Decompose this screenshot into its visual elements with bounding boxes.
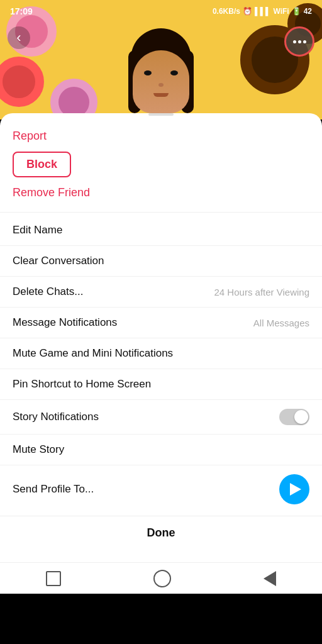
nav-bar xyxy=(0,562,322,594)
message-notifications-value: All Messages xyxy=(253,318,309,328)
pin-shortcut-item[interactable]: Pin Shortcut to Home Screen xyxy=(0,369,322,400)
story-notifications-item[interactable]: Story Notifications xyxy=(0,400,322,435)
done-button[interactable]: Done xyxy=(147,526,175,539)
status-time: 17:09 xyxy=(10,6,33,16)
block-label: Block xyxy=(13,152,71,177)
edit-name-item[interactable]: Edit Name xyxy=(0,215,322,246)
nav-square-icon[interactable] xyxy=(46,571,61,586)
pink-menu-section: Report Block Remove Friend xyxy=(0,119,322,213)
status-right: 0.6KB/s ⏰ ▌▌▌ WiFi 🔋 42 xyxy=(213,7,312,16)
clock-icon: ⏰ xyxy=(243,7,252,16)
sheet-handle xyxy=(148,113,174,116)
block-button[interactable]: Block xyxy=(13,149,309,180)
clear-conversation-item[interactable]: Clear Conversation xyxy=(0,246,322,277)
back-button[interactable]: ‹ xyxy=(8,26,30,49)
mute-game-label: Mute Game and Mini Notifications xyxy=(13,347,173,360)
dot-2 xyxy=(298,40,301,43)
nav-circle-icon[interactable] xyxy=(153,570,171,587)
avatar xyxy=(117,19,205,119)
avatar-eye-right xyxy=(170,70,178,75)
dot-3 xyxy=(303,40,306,43)
bottom-sheet: Report Block Remove Friend Edit Name Cle… xyxy=(0,113,322,562)
send-arrow-icon xyxy=(290,483,301,496)
dot-1 xyxy=(293,40,296,43)
nav-back-icon[interactable] xyxy=(264,571,276,586)
pin-shortcut-label: Pin Shortcut to Home Screen xyxy=(13,378,151,391)
more-button[interactable] xyxy=(284,26,314,57)
edit-name-label: Edit Name xyxy=(13,224,62,236)
toggle-thumb xyxy=(294,410,308,424)
wifi-icon: WiFi xyxy=(273,7,289,16)
clear-conversation-label: Clear Conversation xyxy=(13,255,104,267)
mute-game-item[interactable]: Mute Game and Mini Notifications xyxy=(0,338,322,369)
battery-icon: 🔋 xyxy=(292,7,301,16)
mute-story-label: Mute Story xyxy=(13,443,64,456)
more-dots xyxy=(293,40,306,43)
normal-menu-section: Edit Name Clear Conversation Delete Chat… xyxy=(0,213,322,516)
avatar-eye-left xyxy=(144,70,152,75)
donut-coconut xyxy=(0,57,44,107)
send-profile-button[interactable] xyxy=(279,474,309,504)
status-bar: 17:09 0.6KB/s ⏰ ▌▌▌ WiFi 🔋 42 xyxy=(0,0,322,23)
delete-chats-value: 24 Hours after Viewing xyxy=(214,287,309,297)
remove-friend-button[interactable]: Remove Friend xyxy=(13,180,309,206)
battery-level: 42 xyxy=(304,7,312,16)
network-speed: 0.6KB/s xyxy=(213,7,240,16)
signal-icon: ▌▌▌ xyxy=(255,7,271,16)
done-section: Done xyxy=(0,516,322,550)
send-profile-label: Send Profile To... xyxy=(13,483,94,496)
message-notifications-label: Message Notifications xyxy=(13,316,117,329)
message-notifications-item[interactable]: Message Notifications All Messages xyxy=(0,308,322,338)
story-notifications-toggle[interactable] xyxy=(279,409,309,425)
delete-chats-item[interactable]: Delete Chats... 24 Hours after Viewing xyxy=(0,277,322,308)
remove-friend-label: Remove Friend xyxy=(13,186,90,199)
report-button[interactable]: Report xyxy=(13,123,309,149)
delete-chats-label: Delete Chats... xyxy=(13,286,83,298)
mute-story-item[interactable]: Mute Story xyxy=(0,435,322,465)
story-notifications-label: Story Notifications xyxy=(13,411,99,423)
avatar-mouth xyxy=(153,93,169,97)
send-profile-item[interactable]: Send Profile To... xyxy=(0,465,322,513)
report-label: Report xyxy=(13,130,47,142)
back-icon: ‹ xyxy=(16,30,21,46)
avatar-head xyxy=(133,50,189,113)
avatar-nose xyxy=(158,83,164,87)
